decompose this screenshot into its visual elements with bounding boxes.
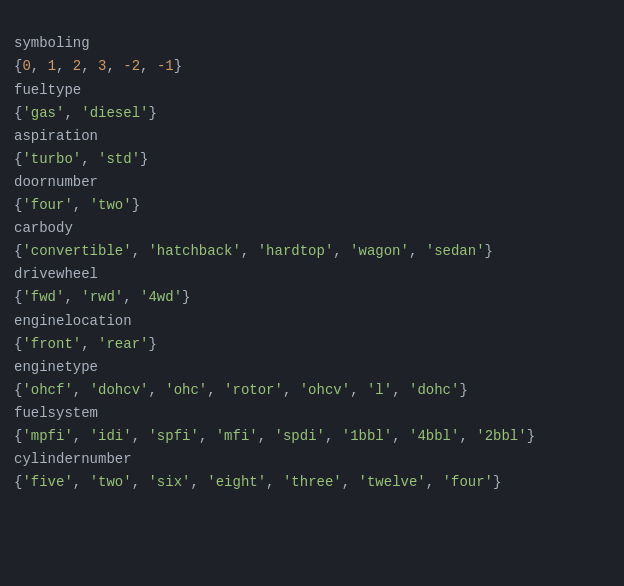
punct-token: , [31,58,48,74]
string-token: '4bbl' [409,428,459,444]
string-token: 'three' [283,474,342,490]
symboling-val: {0, 1, 2, 3, -2, -1} [14,55,610,78]
carbody-key: carbody [14,217,610,240]
number-token: -1 [157,58,174,74]
string-token: 'diesel' [81,105,148,121]
string-token: 'rear' [98,336,148,352]
string-token: 'two' [90,474,132,490]
punct-token: , [81,336,98,352]
punct-token: , [241,243,258,259]
punct-token: , [342,474,359,490]
drivewheel-key: drivewheel [14,263,610,286]
string-token: 'eight' [207,474,266,490]
punct-token: , [64,105,81,121]
string-token: '1bbl' [342,428,392,444]
string-token: 'hardtop' [258,243,334,259]
string-token: 'sedan' [426,243,485,259]
punct-token: , [64,289,81,305]
punct-token: , [73,197,90,213]
string-token: '2bbl' [476,428,526,444]
punct-token: , [123,289,140,305]
punct-token: , [207,382,224,398]
number-token: 2 [73,58,81,74]
punct-token: } [148,105,156,121]
string-token: 'front' [22,336,81,352]
punct-token: , [140,58,157,74]
punct-token: , [392,382,409,398]
punct-token: , [199,428,216,444]
string-token: 'ohcv' [300,382,350,398]
string-token: 'dohcv' [90,382,149,398]
punct-token: , [266,474,283,490]
punct-token: , [106,58,123,74]
string-token: 'std' [98,151,140,167]
punct-token: , [190,474,207,490]
string-token: 'four' [443,474,493,490]
punct-token: } [459,382,467,398]
punct-token: , [73,474,90,490]
punct-token: , [148,382,165,398]
punct-token: } [527,428,535,444]
string-token: 'mfi' [216,428,258,444]
punct-token: } [493,474,501,490]
string-token: 'mpfi' [22,428,72,444]
string-token: 'gas' [22,105,64,121]
string-token: 'l' [367,382,392,398]
number-token: 0 [22,58,30,74]
string-token: 'four' [22,197,72,213]
aspiration-val: {'turbo', 'std'} [14,148,610,171]
number-token: -2 [123,58,140,74]
string-token: 'hatchback' [148,243,240,259]
punct-token: , [132,474,149,490]
string-token: 'twelve' [359,474,426,490]
string-token: 'convertible' [22,243,131,259]
string-token: 'ohcf' [22,382,72,398]
doornumber-val: {'four', 'two'} [14,194,610,217]
punct-token: } [182,289,190,305]
punct-token: , [56,58,73,74]
string-token: 'fwd' [22,289,64,305]
punct-token: } [132,197,140,213]
punct-token: } [148,336,156,352]
punct-token: , [350,382,367,398]
enginelocation-val: {'front', 'rear'} [14,333,610,356]
punct-token: , [132,428,149,444]
cylindernumber-key: cylindernumber [14,448,610,471]
doornumber-key: doornumber [14,171,610,194]
enginetype-val: {'ohcf', 'dohcv', 'ohc', 'rotor', 'ohcv'… [14,379,610,402]
punct-token: , [132,243,149,259]
string-token: 'five' [22,474,72,490]
string-token: 'spfi' [148,428,198,444]
punct-token: } [174,58,182,74]
fueltype-val: {'gas', 'diesel'} [14,102,610,125]
string-token: 'wagon' [350,243,409,259]
drivewheel-val: {'fwd', 'rwd', '4wd'} [14,286,610,309]
punct-token: , [258,428,275,444]
punct-token: } [485,243,493,259]
cylindernumber-val: {'five', 'two', 'six', 'eight', 'three',… [14,471,610,494]
punct-token: , [333,243,350,259]
punct-token: , [73,382,90,398]
fuelsystem-val: {'mpfi', 'idi', 'spfi', 'mfi', 'spdi', '… [14,425,610,448]
code-output: symboling{0, 1, 2, 3, -2, -1}fueltype{'g… [14,10,610,494]
fueltype-key: fueltype [14,79,610,102]
punct-token: , [426,474,443,490]
symboling-key: symboling [14,32,610,55]
number-token: 1 [48,58,56,74]
punct-token: , [73,428,90,444]
carbody-val: {'convertible', 'hatchback', 'hardtop', … [14,240,610,263]
string-token: '4wd' [140,289,182,305]
string-token: 'ohc' [165,382,207,398]
punct-token: , [81,151,98,167]
punct-token: , [325,428,342,444]
punct-token: , [459,428,476,444]
fuelsystem-key: fuelsystem [14,402,610,425]
string-token: 'turbo' [22,151,81,167]
string-token: 'dohc' [409,382,459,398]
punct-token: , [409,243,426,259]
punct-token: } [140,151,148,167]
string-token: 'rwd' [81,289,123,305]
punct-token: , [283,382,300,398]
punct-token: , [392,428,409,444]
enginelocation-key: enginelocation [14,310,610,333]
